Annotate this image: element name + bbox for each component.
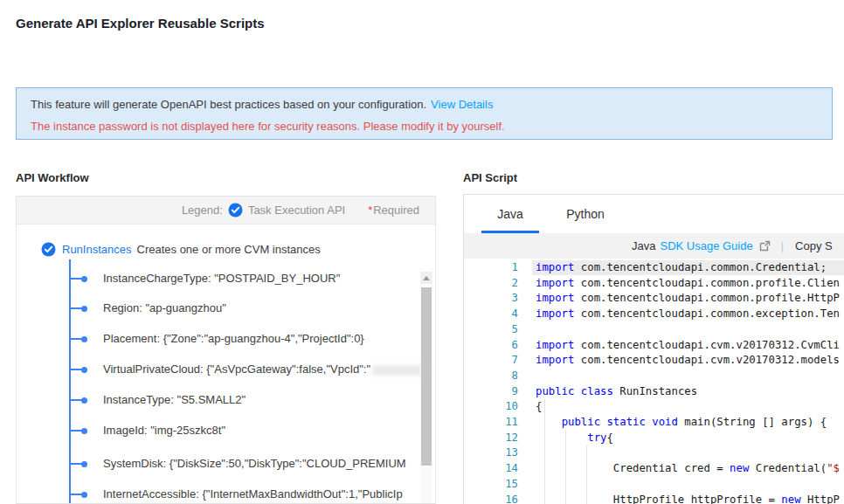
task-check-icon	[41, 242, 56, 257]
tab-python[interactable]: Python	[555, 195, 616, 233]
workflow-root-node: RunInstances Creates one or more CVM ins…	[41, 242, 321, 257]
line-number: 4	[464, 307, 518, 320]
code-line: 6import com.tencentcloudapi.cvm.v2017031…	[464, 338, 844, 354]
language-tab-bar: Java Python	[464, 195, 844, 233]
code-text: HttpProfile httpProfile = new HttpP	[536, 494, 840, 504]
tree-node-dot-icon	[81, 461, 87, 467]
code-line: 13	[464, 445, 844, 461]
external-link-icon[interactable]	[759, 240, 771, 252]
workflow-param-text: ImageId: "img-25szkc8t"	[103, 424, 225, 437]
line-number: 7	[464, 354, 518, 366]
workflow-param-text: VirtualPrivateCloud: {"AsVpcGateway":fal…	[103, 362, 430, 376]
copy-script-button[interactable]: Copy S	[795, 239, 833, 252]
scrollbar-up-arrow-icon[interactable]	[420, 272, 432, 284]
code-text: import com.tencentcloudapi.common.profil…	[536, 277, 840, 289]
code-line: 12 try{	[464, 431, 844, 446]
line-number: 16	[464, 494, 518, 504]
tree-node-dot-icon	[81, 367, 87, 373]
legend-required-label: Required	[373, 204, 419, 217]
code-text: public class RunInstances	[536, 385, 697, 397]
code-line: 16 HttpProfile httpProfile = new HttpP	[464, 493, 844, 504]
indent-guide-line	[565, 431, 566, 504]
code-line: 3import com.tencentcloudapi.common.profi…	[464, 291, 844, 307]
code-text: import com.tencentcloudapi.common.profil…	[536, 292, 840, 304]
code-text: try{	[536, 432, 613, 444]
code-line: 11 public static void main(String [] arg…	[464, 415, 844, 431]
workflow-param-text: Placement: {"Zone":"ap-guangzhou-4","Pro…	[103, 332, 364, 345]
code-line: 7import com.tencentcloudapi.cvm.v2017031…	[464, 353, 844, 369]
legend-task-api-label: Task Execution API	[248, 204, 345, 217]
code-text: import com.tencentcloudapi.cvm.v20170312…	[536, 354, 840, 366]
line-number: 15	[464, 478, 518, 490]
code-line: 5	[464, 322, 844, 338]
api-script-title: API Script	[463, 171, 517, 184]
workflow-param-text: InternetAccessible: {"InternetMaxBandwid…	[103, 487, 403, 501]
workflow-scrollbar[interactable]	[420, 272, 432, 504]
banner-warning-text: The instance password is not displayed h…	[31, 118, 818, 135]
toolbar-language-label: Java	[632, 239, 655, 252]
line-number: 6	[464, 339, 518, 351]
tree-node-dot-icon	[81, 492, 87, 498]
line-number: 13	[464, 446, 518, 459]
code-text: public static void main(String [] args) …	[536, 416, 827, 428]
workflow-tree: RunInstances Creates one or more CVM ins…	[17, 224, 435, 504]
toolbar-separator: |	[781, 239, 784, 252]
code-line: 15	[464, 477, 844, 493]
line-number: 12	[464, 432, 518, 444]
code-line: 2import com.tencentcloudapi.common.profi…	[464, 276, 844, 292]
code-text: Credential cred = new Credential("$	[536, 462, 840, 474]
code-line: 1import com.tencentcloudapi.common.Crede…	[464, 260, 844, 276]
code-text: import com.tencentcloudapi.common.except…	[536, 307, 840, 320]
line-number: 11	[464, 416, 518, 428]
code-text: import com.tencentcloudapi.common.Creden…	[536, 261, 827, 273]
code-editor[interactable]: 1import com.tencentcloudapi.common.Crede…	[464, 259, 844, 504]
line-number: 14	[464, 462, 518, 474]
page-title: Generate API Explorer Reusable Scripts	[16, 16, 265, 31]
tab-java[interactable]: Java	[481, 195, 539, 233]
line-number: 10	[464, 400, 518, 412]
tree-trunk-line	[69, 259, 71, 504]
code-line: 4import com.tencentcloudapi.common.excep…	[464, 307, 844, 322]
api-workflow-title: API Workflow	[16, 171, 89, 184]
api-workflow-panel: Legend: Task Execution API * Required Ru…	[16, 196, 436, 504]
indent-guide-line	[544, 399, 545, 504]
indent-guide-line	[586, 445, 587, 504]
code-line: 9public class RunInstances	[464, 384, 844, 400]
tree-node-dot-icon	[81, 276, 87, 282]
workflow-param-text: SystemDisk: {"DiskSize":50,"DiskType":"C…	[103, 457, 406, 470]
line-number: 3	[464, 292, 518, 304]
code-text: import com.tencentcloudapi.cvm.v20170312…	[536, 339, 840, 351]
generate-api-scripts-page: Generate API Explorer Reusable Scripts T…	[0, 0, 844, 504]
line-number: 1	[464, 261, 518, 273]
line-number: 2	[464, 277, 518, 289]
view-details-link[interactable]: View Details	[431, 98, 493, 111]
code-line: 14 Credential cred = new Credential("$	[464, 461, 844, 477]
workflow-param-text: Region: "ap-guangzhou"	[103, 301, 226, 314]
scrollbar-thumb[interactable]	[421, 287, 432, 466]
tree-node-dot-icon	[81, 428, 87, 434]
workflow-legend: Legend: Task Execution API * Required	[17, 197, 435, 224]
tree-node-dot-icon	[81, 306, 87, 312]
run-instances-description: Creates one or more CVM instances	[137, 243, 321, 256]
tree-node-dot-icon	[81, 336, 87, 342]
code-line: 8	[464, 369, 844, 384]
info-banner: This feature will generate OpenAPI best …	[16, 87, 833, 140]
code-text: {	[536, 400, 542, 412]
code-line: 10{	[464, 399, 844, 415]
workflow-param-text: InstanceType: "S5.SMALL2"	[103, 393, 246, 406]
legend-label: Legend:	[182, 204, 223, 217]
task-execution-check-icon	[228, 203, 243, 217]
banner-info-text: This feature will generate OpenAPI best …	[31, 98, 426, 111]
sdk-usage-guide-link[interactable]: SDK Usage Guide	[660, 239, 752, 252]
line-number: 5	[464, 323, 518, 335]
api-script-panel: Java Python Java SDK Usage Guide | Copy …	[463, 194, 844, 504]
required-asterisk: *	[368, 204, 372, 217]
line-number: 9	[464, 385, 518, 397]
workflow-param-text: InstanceChargeType: "POSTPAID_BY_HOUR"	[103, 272, 340, 285]
code-toolbar: Java SDK Usage Guide | Copy S	[464, 233, 844, 259]
tree-node-dot-icon	[81, 397, 87, 404]
line-number: 8	[464, 369, 518, 382]
run-instances-link[interactable]: RunInstances	[62, 243, 132, 256]
